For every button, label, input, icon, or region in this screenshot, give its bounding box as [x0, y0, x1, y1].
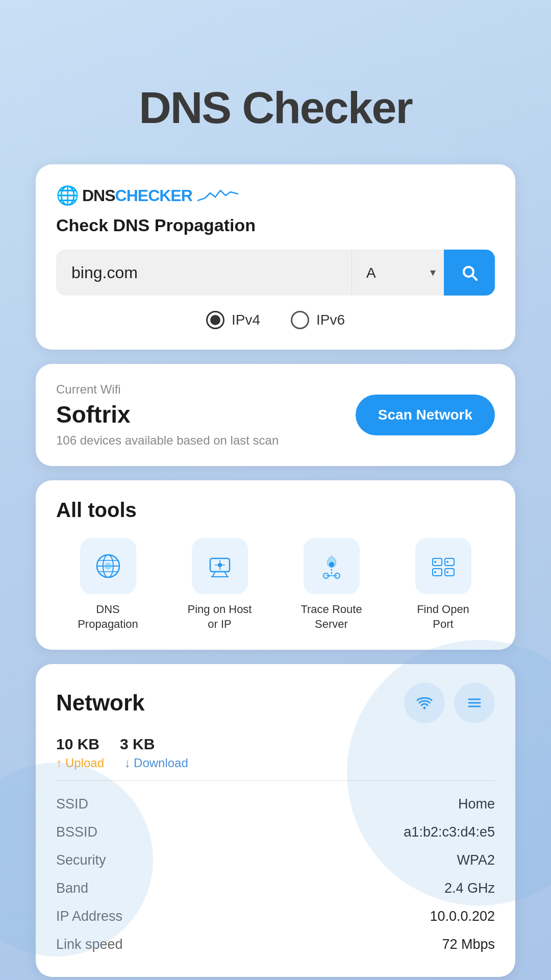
- tool-ping[interactable]: Ping on Hostor IP: [168, 538, 271, 631]
- globe-tool-icon: [93, 551, 123, 581]
- wifi-status-button[interactable]: [404, 682, 445, 723]
- table-row: SecurityWPA2: [56, 846, 495, 874]
- tool-dns-propagation[interactable]: DNSPropagation: [56, 538, 160, 631]
- traceroute-icon-box: [304, 538, 360, 594]
- ipv4-radio-button[interactable]: [206, 311, 224, 329]
- dns-card-subtitle: Check DNS Propagation: [56, 215, 495, 235]
- wifi-card: Current Wifi Softrix 106 devices availab…: [36, 364, 515, 466]
- svg-rect-20: [433, 558, 442, 566]
- network-detail-key: SSID: [56, 790, 241, 818]
- network-divider: [56, 780, 495, 781]
- network-detail-value: 2.4 GHz: [241, 874, 495, 902]
- wifi-network-name: Softrix: [56, 401, 356, 428]
- speed-labels-row: ↑ Upload ↓ Download: [56, 756, 495, 770]
- svg-point-26: [434, 571, 436, 573]
- network-detail-value: WPA2: [241, 846, 495, 874]
- port-icon-box: [415, 538, 471, 594]
- download-label: ↓ Download: [124, 756, 188, 770]
- svg-point-5: [105, 562, 112, 570]
- upload-arrow-icon: ↑: [56, 756, 62, 770]
- download-value: 3 KB: [120, 736, 155, 753]
- ping-tool-icon: [205, 551, 235, 581]
- main-content: 🌐 DNSCHECKER Check DNS Propagation A AAA…: [0, 164, 551, 980]
- dns-dark-text: DNS: [82, 186, 115, 205]
- search-button[interactable]: [444, 250, 495, 296]
- traceroute-label: Trace RouteServer: [300, 602, 362, 631]
- ipv6-label: IPv6: [316, 312, 345, 328]
- svg-line-7: [212, 572, 215, 577]
- domain-search-input[interactable]: [56, 250, 352, 296]
- tool-trace-route[interactable]: Trace RouteServer: [280, 538, 383, 631]
- svg-point-28: [423, 707, 426, 709]
- network-details-button[interactable]: [454, 682, 495, 723]
- dns-propagation-icon-box: [80, 538, 136, 594]
- network-detail-key: Security: [56, 846, 241, 874]
- traceroute-tool-icon: [317, 551, 346, 581]
- svg-point-25: [446, 561, 448, 563]
- port-tool-icon: [429, 551, 458, 581]
- list-icon: [465, 693, 484, 713]
- upload-value: 10 KB: [56, 736, 99, 753]
- dns-type-select-wrapper: A AAAA MX CNAME TXT NS ▾: [352, 250, 444, 296]
- network-card: Network: [36, 664, 515, 977]
- ipv4-radio-inner: [210, 315, 220, 325]
- svg-rect-21: [445, 558, 454, 566]
- all-tools-card: All tools DNSPropagation: [36, 480, 515, 650]
- download-arrow-icon: ↓: [124, 756, 131, 770]
- network-detail-key: Link speed: [56, 930, 241, 959]
- svg-line-8: [224, 572, 228, 577]
- network-detail-value: 10.0.0.202: [241, 902, 495, 930]
- ping-icon-box: [192, 538, 248, 594]
- ipv6-radio-button[interactable]: [291, 311, 309, 329]
- table-row: BSSIDa1:b2:c3:d4:e5: [56, 818, 495, 846]
- search-icon: [460, 263, 479, 282]
- network-detail-key: IP Address: [56, 902, 241, 930]
- dns-propagation-label: DNSPropagation: [78, 602, 138, 631]
- table-row: Band2.4 GHz: [56, 874, 495, 902]
- svg-rect-23: [445, 569, 454, 576]
- find-open-port-label: Find OpenPort: [417, 602, 469, 631]
- network-detail-value: Home: [241, 790, 495, 818]
- svg-point-10: [218, 563, 222, 567]
- page-title: DNS Checker: [0, 0, 551, 164]
- network-detail-key: Band: [56, 874, 241, 902]
- network-detail-value: a1:b2:c3:d4:e5: [241, 818, 495, 846]
- scan-network-button[interactable]: Scan Network: [356, 395, 495, 435]
- network-action-icons: [404, 682, 495, 723]
- wifi-icon: [415, 693, 434, 713]
- ip-version-radio-group: IPv4 IPv6: [56, 311, 495, 329]
- table-row: SSIDHome: [56, 790, 495, 818]
- network-header: Network: [56, 682, 495, 723]
- wifi-devices-text: 106 devices available based on last scan: [56, 433, 356, 448]
- dns-blue-text: CHECKER: [115, 186, 192, 205]
- svg-rect-22: [433, 569, 442, 576]
- wifi-card-label: Current Wifi: [56, 382, 356, 397]
- ipv4-radio-label[interactable]: IPv4: [206, 311, 260, 329]
- svg-point-24: [434, 561, 436, 563]
- speed-values-row: 10 KB 3 KB: [56, 736, 495, 753]
- tool-find-open-port[interactable]: Find OpenPort: [391, 538, 495, 631]
- dns-logo: 🌐 DNSCHECKER: [56, 185, 495, 206]
- dns-type-select[interactable]: A AAAA MX CNAME TXT NS: [352, 250, 444, 296]
- network-details-table: SSIDHomeBSSIDa1:b2:c3:d4:e5SecurityWPA2B…: [56, 790, 495, 959]
- svg-point-27: [446, 571, 448, 573]
- upload-label: ↑ Upload: [56, 756, 104, 770]
- ipv4-label: IPv4: [232, 312, 260, 328]
- wifi-info: Current Wifi Softrix 106 devices availab…: [56, 382, 356, 448]
- dns-logo-text: DNSCHECKER: [82, 186, 192, 205]
- tools-grid: DNSPropagation: [56, 538, 495, 631]
- table-row: IP Address10.0.0.202: [56, 902, 495, 930]
- search-row: A AAAA MX CNAME TXT NS ▾: [56, 250, 495, 296]
- svg-point-15: [329, 562, 334, 567]
- tools-section-title: All tools: [56, 499, 495, 522]
- table-row: Link speed72 Mbps: [56, 930, 495, 959]
- network-detail-value: 72 Mbps: [241, 930, 495, 959]
- ping-label: Ping on Hostor IP: [188, 602, 252, 631]
- dns-checker-card: 🌐 DNSCHECKER Check DNS Propagation A AAA…: [36, 164, 515, 350]
- network-section-title: Network: [56, 690, 145, 716]
- globe-logo-icon: 🌐: [56, 185, 79, 206]
- network-detail-key: BSSID: [56, 818, 241, 846]
- ipv6-radio-label[interactable]: IPv6: [291, 311, 345, 329]
- dns-chart-icon: [197, 188, 238, 203]
